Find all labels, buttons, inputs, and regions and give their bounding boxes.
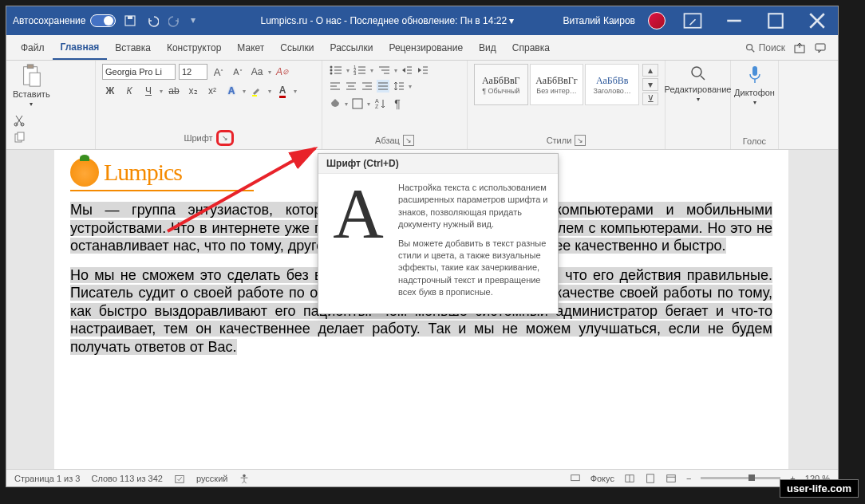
cut-icon[interactable] — [13, 114, 26, 127]
bullets-icon[interactable] — [329, 64, 343, 77]
tab-insert[interactable]: Вставка — [107, 35, 159, 60]
svg-rect-59 — [752, 66, 757, 76]
ribbon: Вставить ▾ Буфер обме…↘ A˄ A˅ Aa — [6, 61, 838, 150]
microphone-icon — [745, 64, 764, 86]
search-box[interactable]: Поиск — [745, 42, 785, 53]
italic-button[interactable]: К — [121, 83, 137, 99]
tab-design[interactable]: Конструктор — [159, 35, 229, 60]
tab-home[interactable]: Главная — [53, 35, 108, 60]
tooltip-title: Шрифт (Ctrl+D) — [318, 154, 558, 174]
display-settings-icon[interactable] — [570, 473, 581, 484]
web-layout-icon[interactable] — [666, 473, 677, 484]
status-focus[interactable]: Фокус — [590, 474, 614, 483]
shrink-font-button[interactable]: A˅ — [230, 64, 246, 80]
change-case-button[interactable]: Aa — [249, 64, 265, 80]
clear-format-button[interactable]: A⊘ — [275, 64, 290, 80]
group-paragraph: ▾ 123▾ ▾ ▾ ▾ ▾ AZ ¶ — [322, 61, 468, 149]
styles-down-button[interactable]: ▾ — [642, 78, 658, 91]
indent-icon[interactable] — [417, 64, 429, 77]
dictate-button[interactable]: Диктофон ▾ — [737, 64, 772, 106]
paste-button[interactable]: Вставить ▾ — [13, 64, 50, 108]
avatar[interactable] — [648, 12, 666, 30]
status-language[interactable]: русский — [196, 474, 227, 483]
svg-point-19 — [330, 69, 333, 72]
borders-icon[interactable] — [351, 97, 364, 110]
text-effects-button[interactable]: A — [223, 83, 239, 99]
paragraph-launcher[interactable]: ↘ — [403, 135, 414, 146]
zoom-slider[interactable] — [701, 477, 780, 479]
minimize-icon[interactable] — [720, 10, 748, 32]
toggle-switch[interactable] — [90, 14, 116, 27]
tab-review[interactable]: Рецензирование — [381, 35, 471, 60]
statusbar: Страница 1 из 3 Слово 113 из 342 русский… — [6, 469, 838, 486]
tooltip-glyph: A — [326, 182, 390, 305]
autosave-toggle[interactable]: Автосохранение — [13, 14, 116, 27]
show-marks-button[interactable]: ¶ — [389, 96, 405, 112]
ribbon-options-icon[interactable] — [678, 10, 707, 32]
comments-icon[interactable] — [814, 41, 827, 54]
subscript-button[interactable]: x₂ — [185, 83, 201, 99]
close-icon[interactable] — [803, 10, 831, 32]
font-color-button[interactable]: A — [275, 83, 290, 99]
redo-icon[interactable] — [168, 14, 181, 27]
numbering-icon[interactable]: 123 — [353, 64, 367, 77]
superscript-button[interactable]: x² — [204, 83, 220, 99]
save-icon[interactable] — [124, 14, 136, 27]
svg-line-6 — [751, 49, 754, 52]
svg-point-57 — [692, 67, 701, 77]
shading-icon[interactable] — [329, 97, 342, 110]
search-label: Поиск — [759, 42, 785, 53]
tab-file[interactable]: Файл — [13, 35, 53, 60]
style-normal[interactable]: АаБбВвГ ¶ Обычный — [474, 64, 528, 105]
multilevel-icon[interactable] — [377, 64, 391, 77]
tab-layout[interactable]: Макет — [229, 35, 272, 60]
tab-mailings[interactable]: Рассылки — [322, 35, 381, 60]
undo-icon[interactable] — [146, 14, 159, 27]
svg-rect-15 — [18, 132, 24, 140]
spellcheck-icon[interactable] — [174, 473, 185, 484]
search-icon — [745, 42, 756, 53]
maximize-icon[interactable] — [761, 10, 790, 32]
orange-icon — [70, 158, 99, 187]
font-size-input[interactable] — [179, 64, 207, 80]
line-spacing-icon[interactable] — [393, 80, 405, 93]
copy-icon[interactable] — [13, 132, 26, 144]
highlight-button[interactable] — [249, 83, 265, 99]
font-name-input[interactable] — [102, 64, 176, 80]
tab-references[interactable]: Ссылки — [272, 35, 322, 60]
grow-font-button[interactable]: A˄ — [211, 64, 227, 80]
svg-rect-63 — [571, 474, 579, 480]
underline-button[interactable]: Ч — [140, 83, 156, 99]
group-voice: Диктофон ▾ Голос — [731, 61, 779, 149]
align-right-icon[interactable] — [361, 80, 373, 93]
read-mode-icon[interactable] — [624, 473, 635, 484]
status-page[interactable]: Страница 1 из 3 — [14, 474, 80, 483]
font-dialog-launcher[interactable]: ↘ — [216, 130, 234, 146]
styles-more-button[interactable]: ⊻ — [642, 93, 658, 105]
status-words[interactable]: Слово 113 из 342 — [91, 474, 163, 483]
outdent-icon[interactable] — [401, 64, 413, 77]
zoom-out-button[interactable]: − — [686, 474, 691, 483]
align-left-icon[interactable] — [329, 80, 342, 93]
style-heading1[interactable]: АаБбВв Заголово… — [585, 64, 639, 105]
group-styles: АаБбВвГ ¶ Обычный АаБбВвГг Без интер… Аа… — [468, 61, 666, 149]
share-icon[interactable] — [793, 41, 806, 54]
style-nospacing[interactable]: АаБбВвГг Без интер… — [530, 64, 584, 105]
svg-rect-65 — [667, 474, 676, 482]
svg-rect-8 — [816, 44, 825, 50]
user-name[interactable]: Виталий Каиров — [563, 15, 635, 26]
bold-button[interactable]: Ж — [102, 83, 118, 99]
tab-view[interactable]: Вид — [471, 35, 504, 60]
styles-up-button[interactable]: ▴ — [642, 64, 658, 77]
accessibility-icon[interactable] — [239, 473, 250, 484]
sort-icon[interactable]: AZ — [373, 97, 386, 110]
styles-launcher[interactable]: ↘ — [575, 135, 586, 146]
print-layout-icon[interactable] — [645, 473, 656, 484]
align-center-icon[interactable] — [345, 80, 357, 93]
align-justify-icon[interactable] — [377, 80, 389, 93]
tab-help[interactable]: Справка — [504, 35, 558, 60]
svg-text:A: A — [375, 98, 379, 104]
svg-text:3: 3 — [354, 71, 357, 76]
editing-button[interactable]: Редактирование ▾ — [672, 64, 724, 103]
strike-button[interactable]: ab — [166, 83, 182, 99]
